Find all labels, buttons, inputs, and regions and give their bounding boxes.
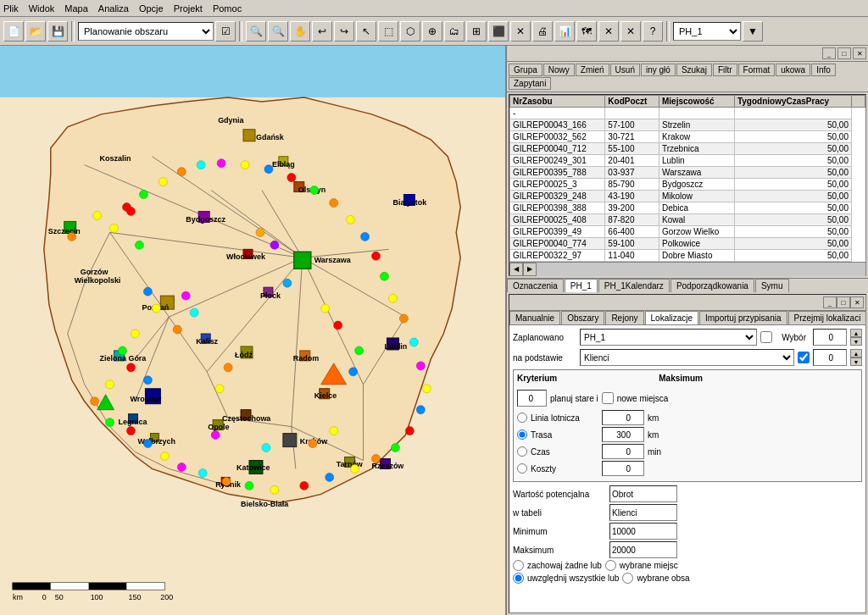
- print-btn[interactable]: 🖨: [532, 21, 553, 42]
- table-wrapper[interactable]: NrZasobu KodPoczt Miejscowość Tygodniowy…: [509, 95, 865, 262]
- check-btn[interactable]: ☑: [215, 21, 236, 42]
- tool2-btn[interactable]: ✕: [510, 21, 531, 42]
- tab-format[interactable]: Format: [738, 64, 776, 76]
- pan-btn[interactable]: ✋: [290, 21, 310, 42]
- spin-up2[interactable]: ▲: [850, 349, 862, 357]
- table-row[interactable]: -: [510, 108, 865, 119]
- na-podstawie-check[interactable]: [798, 352, 810, 363]
- tab-szukaj[interactable]: Szukaj: [676, 64, 712, 76]
- table-row[interactable]: GILREP00398_38839-200Debica50,00: [510, 202, 865, 214]
- btab-ph1kal[interactable]: PH_1Kalendarz: [598, 279, 670, 292]
- col-kodpoczt[interactable]: KodPoczt: [605, 96, 659, 108]
- trasa-radio[interactable]: [517, 429, 527, 440]
- table-row[interactable]: GILREP00040_71255-100Trzebnica50,00: [510, 143, 865, 155]
- koszty-input[interactable]: [602, 461, 644, 476]
- redo-btn[interactable]: ↪: [334, 21, 354, 42]
- pointer-btn[interactable]: ↖: [356, 21, 376, 42]
- sp-restore-btn[interactable]: □: [837, 296, 850, 308]
- scroll-left[interactable]: ◀: [509, 263, 523, 276]
- btab-symu[interactable]: Symu: [755, 279, 789, 292]
- table-row[interactable]: GILREP00040_77459-100Polkowice50,00: [510, 238, 865, 250]
- tab-zmien[interactable]: Zmień: [576, 64, 609, 76]
- sp-close-btn[interactable]: ✕: [850, 296, 864, 308]
- koszty-radio[interactable]: [517, 463, 527, 474]
- wybor-input2[interactable]: [813, 349, 847, 366]
- wtabeli-input[interactable]: [609, 504, 677, 521]
- planuj-input[interactable]: [517, 390, 547, 407]
- itab-przejmij[interactable]: Przejmij lokalizaci: [788, 311, 867, 324]
- linia-radio[interactable]: [517, 413, 527, 423]
- tool3-btn[interactable]: 📊: [554, 21, 575, 42]
- table-row[interactable]: GILREP00043_16657-100Strzelin50,00: [510, 119, 865, 131]
- tool6-btn[interactable]: ✕: [620, 21, 641, 42]
- table-row[interactable]: GILREP00025_385-790Bydgoszcz50,00: [510, 179, 865, 191]
- help-btn[interactable]: ?: [643, 21, 663, 42]
- wybor-input1[interactable]: [813, 329, 847, 346]
- menu-projekt[interactable]: Projekt: [174, 3, 203, 14]
- tab-zapytani[interactable]: Zapytani: [509, 77, 551, 90]
- na-podstawie-select[interactable]: Klienci: [580, 349, 794, 366]
- wartosc-input[interactable]: [609, 485, 677, 502]
- itab-importuj[interactable]: Importuj przypisania: [699, 311, 787, 324]
- table-row[interactable]: GILREP00329_24843-190Mikolow50,00: [510, 191, 865, 202]
- wybrane-obsa-radio[interactable]: [622, 573, 633, 584]
- undo-btn[interactable]: ↩: [312, 21, 332, 42]
- save-btn[interactable]: 💾: [47, 21, 68, 42]
- zoom-out-btn[interactable]: 🔍: [268, 21, 288, 42]
- col-miejscowosc[interactable]: Miejscowość: [659, 96, 734, 108]
- open-btn[interactable]: 📂: [25, 21, 46, 42]
- layer-btn[interactable]: 🗂: [444, 21, 465, 42]
- zaplanowano-check[interactable]: [760, 331, 772, 343]
- itab-lokalizacje[interactable]: Lokalizacje: [645, 311, 698, 324]
- tab-usun[interactable]: Usuń: [610, 64, 640, 76]
- czas-input[interactable]: [602, 444, 644, 459]
- btab-ph1[interactable]: PH_1: [565, 279, 598, 292]
- minimize-btn[interactable]: _: [822, 47, 836, 59]
- maksimum-input[interactable]: [609, 541, 677, 558]
- lasso-btn[interactable]: ⬡: [400, 21, 420, 42]
- minimum-input[interactable]: [609, 523, 677, 540]
- new-btn[interactable]: 📄: [3, 21, 24, 42]
- trasa-input[interactable]: [602, 427, 644, 442]
- table-row[interactable]: GILREP00025_40887-820Kowal50,00: [510, 214, 865, 226]
- select-btn[interactable]: ⬚: [378, 21, 398, 42]
- itab-manualnie[interactable]: Manualnie: [509, 311, 560, 324]
- tab-iny[interactable]: iny głó: [641, 64, 676, 76]
- move-btn[interactable]: ⊕: [422, 21, 442, 42]
- zachowaj-radio[interactable]: [513, 560, 524, 571]
- menu-analiza[interactable]: Analiza: [98, 3, 129, 14]
- planning-dropdown[interactable]: Planowanie obszaru: [78, 22, 214, 41]
- tool1-btn[interactable]: ⬛: [488, 21, 509, 42]
- spin-dn2[interactable]: ▼: [850, 357, 862, 366]
- grid-btn[interactable]: ⊞: [466, 21, 487, 42]
- table-row[interactable]: GILREP00322_9711-040Dobre Miasto50,00: [510, 250, 865, 262]
- itab-obszary[interactable]: Obszary: [561, 311, 604, 324]
- tool4-btn[interactable]: 🗺: [576, 21, 597, 42]
- sp-minimize-btn[interactable]: _: [823, 296, 837, 308]
- table-row[interactable]: GILREP00395_78803-937Warszawa50,00: [510, 167, 865, 179]
- nowe-check[interactable]: [602, 392, 614, 404]
- menu-widok[interactable]: Widok: [29, 3, 55, 14]
- btab-podporz[interactable]: Podporządkowania: [670, 279, 754, 292]
- tab-nowy[interactable]: Nowy: [543, 64, 575, 76]
- scroll-right[interactable]: ▶: [523, 263, 537, 276]
- menu-opcje[interactable]: Opcje: [139, 3, 164, 14]
- btab-oznaczenia[interactable]: Oznaczenia: [507, 279, 564, 292]
- menu-mapa[interactable]: Mapa: [64, 3, 88, 14]
- uwzglednij-radio[interactable]: [513, 573, 524, 584]
- filter-btn[interactable]: ▼: [743, 21, 763, 42]
- close-btn[interactable]: ✕: [853, 47, 866, 59]
- ph-dropdown[interactable]: PH_1: [673, 22, 741, 41]
- menu-plik[interactable]: Plik: [3, 3, 19, 14]
- zaplanowano-select[interactable]: PH_1: [580, 329, 757, 346]
- linia-input[interactable]: [602, 410, 644, 425]
- scroll-track[interactable]: [537, 263, 865, 276]
- restore-btn[interactable]: □: [837, 47, 851, 59]
- table-row[interactable]: GILREP00032_56230-721Krakow50,00: [510, 131, 865, 143]
- spin-up1[interactable]: ▲: [850, 329, 862, 337]
- spin-dn1[interactable]: ▼: [850, 337, 862, 346]
- itab-rejony[interactable]: Rejony: [605, 311, 643, 324]
- tool5-btn[interactable]: ✕: [598, 21, 619, 42]
- tab-info[interactable]: Info: [811, 64, 836, 76]
- tab-grupa[interactable]: Grupa: [509, 64, 542, 76]
